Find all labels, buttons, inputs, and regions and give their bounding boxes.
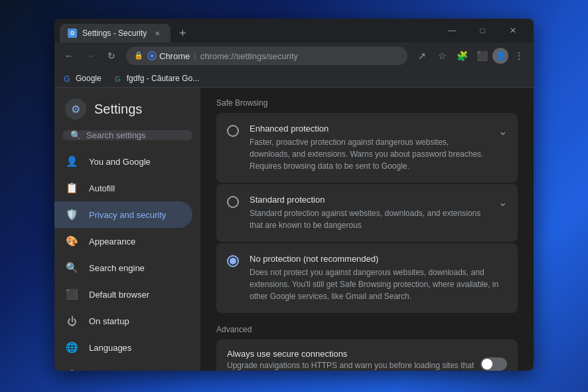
bookmark-g-icon: G xyxy=(115,74,124,83)
url-path: chrome://settings/security xyxy=(200,51,298,61)
standard-chevron-icon: ⌄ xyxy=(498,196,507,209)
sidebar-item-autofill[interactable]: 📋 Autofill xyxy=(54,175,192,201)
tab-favicon: ⚙ xyxy=(68,29,77,38)
star-icon[interactable]: ☆ xyxy=(433,47,451,65)
menu-icon[interactable]: ⋮ xyxy=(510,47,528,65)
secure-connections-info: Always use secure connections Upgrade na… xyxy=(227,349,480,371)
no-protection-radio[interactable] xyxy=(227,255,239,267)
address-bar[interactable]: 🔒 Chrome | chrome://settings/security xyxy=(126,47,407,65)
back-button[interactable]: ← xyxy=(60,47,78,65)
radio-dot xyxy=(230,258,236,264)
tab-close-button[interactable]: ✕ xyxy=(152,28,163,39)
profile-tab-icon[interactable]: ⬛ xyxy=(473,47,491,65)
standard-option-text: Standard protection Standard protection … xyxy=(250,195,488,231)
bookmark-other-label: fgdfg - Căutare Go... xyxy=(127,74,199,83)
content-area: ⚙ Settings 🔍 Search settings 👤 You and G… xyxy=(54,88,534,371)
bookmark-other[interactable]: G fgdfg - Căutare Go... xyxy=(111,72,203,84)
on-startup-icon: ⏻ xyxy=(65,314,78,328)
google-g-icon: G xyxy=(64,74,73,83)
safe-browsing-label: Safe Browsing xyxy=(216,98,518,108)
secure-connections-toggle[interactable] xyxy=(480,357,507,371)
sidebar-label-autofill: Autofill xyxy=(89,183,115,193)
enhanced-radio[interactable] xyxy=(227,125,239,137)
settings-title: Settings xyxy=(94,102,142,117)
privacy-icon: 🛡️ xyxy=(65,208,78,221)
extensions-icon[interactable]: 🧩 xyxy=(453,47,471,65)
sidebar-label-default-browser: Default browser xyxy=(89,290,149,300)
downloads-icon: ⬇ xyxy=(65,367,78,371)
avatar-icon[interactable]: 👤 xyxy=(492,48,508,64)
settings-header: ⚙ Settings xyxy=(54,93,200,130)
sidebar: ⚙ Settings 🔍 Search settings 👤 You and G… xyxy=(54,88,200,371)
appearance-icon: 🎨 xyxy=(65,235,78,248)
title-bar: ⚙ Settings - Security ✕ + — □ ✕ xyxy=(54,19,534,43)
sidebar-item-you-and-google[interactable]: 👤 You and Google xyxy=(54,148,192,175)
secure-connections-title: Always use secure connections xyxy=(227,349,480,359)
share-icon[interactable]: ↗ xyxy=(413,47,431,65)
svg-point-1 xyxy=(150,54,153,57)
sidebar-item-search-engine[interactable]: 🔍 Search engine xyxy=(54,254,192,281)
standard-radio[interactable] xyxy=(227,196,239,208)
svg-text:G: G xyxy=(64,74,70,83)
sidebar-item-on-startup[interactable]: ⏻ On startup xyxy=(54,308,192,334)
secure-connections-desc: Upgrade navigations to HTTPS and warn yo… xyxy=(227,361,480,371)
sidebar-label-on-startup: On startup xyxy=(89,316,129,326)
url-separator: | xyxy=(194,51,196,61)
sidebar-item-downloads[interactable]: ⬇ Downloads xyxy=(54,361,192,371)
tab-title: Settings - Security xyxy=(82,29,147,38)
sidebar-label-languages: Languages xyxy=(89,343,131,353)
sidebar-label-privacy-and-security: Privacy and security xyxy=(89,210,166,220)
window-controls: — □ ✕ xyxy=(437,19,528,43)
enhanced-option-desc: Faster, proactive protection against dan… xyxy=(250,136,488,172)
advanced-section: Advanced Always use secure connections U… xyxy=(200,325,534,371)
sidebar-label-downloads: Downloads xyxy=(89,369,131,371)
toggle-knob xyxy=(482,359,492,369)
active-tab[interactable]: ⚙ Settings - Security ✕ xyxy=(60,24,171,43)
no-protection-option-text: No protection (not recommended) Does not… xyxy=(250,254,507,302)
close-button[interactable]: ✕ xyxy=(498,19,528,43)
advanced-label: Advanced xyxy=(216,325,518,334)
standard-option-desc: Standard protection against websites, do… xyxy=(250,207,488,231)
no-protection-card[interactable]: No protection (not recommended) Does not… xyxy=(216,243,518,313)
languages-icon: 🌐 xyxy=(65,341,78,354)
no-protection-option-desc: Does not protect you against dangerous w… xyxy=(250,266,507,302)
enhanced-option-text: Enhanced protection Faster, proactive pr… xyxy=(250,124,488,172)
reload-button[interactable]: ↻ xyxy=(102,47,121,65)
search-settings[interactable]: 🔍 Search settings xyxy=(62,130,192,140)
toolbar-icons: ↗ ☆ 🧩 ⬛ 👤 ⋮ xyxy=(413,47,528,65)
sidebar-item-default-browser[interactable]: ⬛ Default browser xyxy=(54,281,192,308)
standard-option-title: Standard protection xyxy=(250,195,488,205)
standard-protection-card[interactable]: Standard protection Standard protection … xyxy=(216,184,518,242)
forward-button[interactable]: → xyxy=(81,47,100,65)
default-browser-icon: ⬛ xyxy=(65,288,78,301)
sidebar-nav: 👤 You and Google 📋 Autofill 🛡️ Privacy a… xyxy=(54,146,200,371)
tab-area: ⚙ Settings - Security ✕ + xyxy=(60,19,434,43)
safe-browsing-section: Safe Browsing Enhanced protection Faster… xyxy=(200,88,534,325)
secure-connections-row: Always use secure connections Upgrade na… xyxy=(216,340,518,371)
main-content: Safe Browsing Enhanced protection Faster… xyxy=(200,88,534,371)
enhanced-chevron-icon: ⌄ xyxy=(498,125,507,138)
chrome-label: Chrome xyxy=(159,51,190,61)
bookmark-google[interactable]: G Google xyxy=(60,72,106,84)
enhanced-protection-card[interactable]: Enhanced protection Faster, proactive pr… xyxy=(216,113,518,183)
search-engine-icon: 🔍 xyxy=(65,261,78,274)
search-icon: 🔍 xyxy=(70,130,81,140)
sidebar-label-you-and-google: You and Google xyxy=(89,157,151,167)
sidebar-item-languages[interactable]: 🌐 Languages xyxy=(54,334,192,361)
you-and-google-icon: 👤 xyxy=(65,155,78,168)
bookmark-google-label: Google xyxy=(76,74,102,83)
address-bar-row: ← → ↻ 🔒 Chrome | chrome://settings/secur… xyxy=(54,43,534,69)
minimize-button[interactable]: — xyxy=(437,19,467,43)
sidebar-item-appearance[interactable]: 🎨 Appearance xyxy=(54,228,192,254)
maximize-button[interactable]: □ xyxy=(467,19,498,43)
sidebar-item-privacy-and-security[interactable]: 🛡️ Privacy and security xyxy=(54,201,192,228)
autofill-icon: 📋 xyxy=(65,181,78,195)
sidebar-label-appearance: Appearance xyxy=(89,237,135,246)
enhanced-option-title: Enhanced protection xyxy=(250,124,488,134)
search-settings-placeholder: Search settings xyxy=(86,130,146,140)
no-protection-option-title: No protection (not recommended) xyxy=(250,254,507,264)
new-tab-button[interactable]: + xyxy=(173,24,192,43)
chrome-logo-icon xyxy=(147,51,157,60)
svg-text:G: G xyxy=(115,75,121,83)
bookmarks-bar: G Google G fgdfg - Căutare Go... xyxy=(54,69,534,88)
